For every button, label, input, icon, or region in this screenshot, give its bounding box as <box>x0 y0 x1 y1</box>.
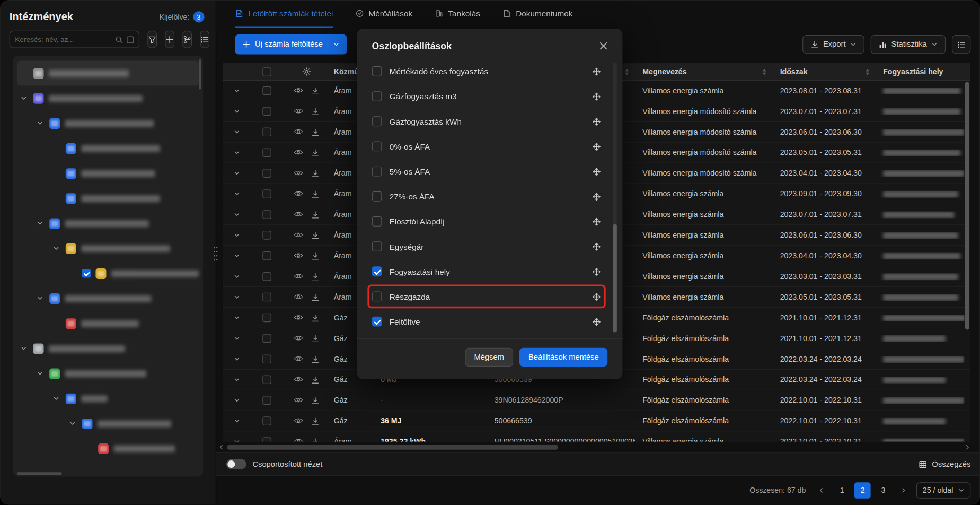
download-row-icon[interactable] <box>311 252 319 260</box>
row-checkbox[interactable] <box>262 86 271 95</box>
drag-handle-icon[interactable] <box>592 317 602 326</box>
row-expand-icon[interactable] <box>233 129 240 135</box>
summary-button[interactable]: Összegzés <box>919 460 971 469</box>
download-row-icon[interactable] <box>311 334 319 342</box>
row-checkbox[interactable] <box>262 107 271 116</box>
export-button[interactable]: Export <box>802 35 864 54</box>
column-checkbox[interactable] <box>372 116 382 126</box>
row-expand-icon[interactable] <box>233 108 240 115</box>
row-checkbox[interactable] <box>262 437 271 441</box>
column-checkbox[interactable] <box>372 191 382 202</box>
column-checkbox[interactable] <box>372 141 382 151</box>
row-checkbox[interactable] <box>262 251 271 260</box>
view-row-icon[interactable] <box>294 376 303 384</box>
scroll-right-icon[interactable] <box>965 444 971 450</box>
drag-handle-icon[interactable] <box>592 92 602 101</box>
download-row-icon[interactable] <box>311 86 319 94</box>
row-expand-icon[interactable] <box>233 397 240 404</box>
view-row-icon[interactable] <box>294 190 303 198</box>
view-row-icon[interactable] <box>294 396 303 404</box>
row-expand-icon[interactable] <box>233 191 240 197</box>
column-checkbox[interactable] <box>372 241 382 251</box>
row-checkbox[interactable] <box>262 314 271 323</box>
column-settings-gear-icon[interactable] <box>302 67 312 76</box>
column-setting-item[interactable]: Egységár <box>372 234 602 259</box>
tree-item[interactable] <box>17 186 199 211</box>
row-expand-icon[interactable] <box>233 418 240 424</box>
tree-expander-icon[interactable] <box>37 120 45 126</box>
view-row-icon[interactable] <box>294 438 303 442</box>
tree-expander-icon[interactable] <box>37 220 45 227</box>
row-expand-icon[interactable] <box>233 294 240 300</box>
view-row-icon[interactable] <box>294 314 303 321</box>
row-expand-icon[interactable] <box>233 212 240 218</box>
column-checkbox[interactable] <box>372 91 382 101</box>
row-expand-icon[interactable] <box>233 439 240 442</box>
row-checkbox[interactable] <box>262 376 271 385</box>
download-row-icon[interactable] <box>311 314 319 321</box>
column-setting-item[interactable]: Részgazda <box>372 284 602 309</box>
add-institution-button[interactable] <box>165 31 174 48</box>
tree-checkbox[interactable] <box>82 269 91 278</box>
tree-item[interactable] <box>17 311 199 336</box>
sidebar-search[interactable] <box>10 31 139 48</box>
save-settings-button[interactable]: Beállítások mentése <box>519 348 607 367</box>
row-checkbox[interactable] <box>262 210 271 219</box>
column-setting-item[interactable]: Gázfogyasztás kWh <box>372 109 602 134</box>
panel-resize-handle[interactable] <box>213 246 218 262</box>
row-checkbox[interactable] <box>262 169 271 178</box>
tree-item[interactable] <box>17 261 199 286</box>
download-row-icon[interactable] <box>311 417 319 425</box>
tree-item[interactable] <box>17 411 199 436</box>
download-row-icon[interactable] <box>311 438 319 442</box>
download-row-icon[interactable] <box>311 355 319 363</box>
row-checkbox[interactable] <box>262 334 271 343</box>
view-row-icon[interactable] <box>294 252 303 260</box>
download-row-icon[interactable] <box>311 190 319 198</box>
page-3-button[interactable]: 3 <box>875 482 891 499</box>
drag-handle-icon[interactable] <box>592 292 602 301</box>
tree-item[interactable] <box>17 386 199 411</box>
tree-expander-icon[interactable] <box>37 295 45 302</box>
download-row-icon[interactable] <box>311 231 319 239</box>
tree-vertical-scrollbar[interactable] <box>199 59 201 90</box>
view-row-icon[interactable] <box>294 128 303 136</box>
drag-handle-icon[interactable] <box>592 67 602 76</box>
tree-item[interactable] <box>17 286 199 311</box>
statistics-button[interactable]: Statisztika <box>871 35 946 54</box>
next-page-button[interactable] <box>896 482 912 499</box>
row-checkbox[interactable] <box>262 128 271 137</box>
column-checkbox[interactable] <box>372 167 382 177</box>
search-option-box[interactable] <box>127 36 134 43</box>
modal-scrollbar-thumb[interactable] <box>613 224 617 332</box>
view-row-icon[interactable] <box>294 211 303 219</box>
column-checkbox[interactable] <box>372 216 382 227</box>
column-checkbox[interactable] <box>372 317 382 327</box>
tab-letoltott-szamlak-tetelei[interactable]: Letöltött számlák tételei <box>235 1 333 28</box>
tree-item[interactable] <box>17 161 199 186</box>
row-expand-icon[interactable] <box>233 232 240 238</box>
row-checkbox[interactable] <box>262 231 271 240</box>
view-row-icon[interactable] <box>294 273 303 281</box>
tree-expander-icon[interactable] <box>53 245 60 251</box>
tab-tankolas[interactable]: Tankolás <box>435 1 480 28</box>
row-checkbox[interactable] <box>262 355 271 364</box>
tree-item[interactable] <box>17 336 199 361</box>
row-expand-icon[interactable] <box>233 315 240 321</box>
sidebar-search-input[interactable] <box>15 36 111 43</box>
page-2-button[interactable]: 2 <box>854 482 871 499</box>
tree-item[interactable] <box>17 436 199 461</box>
download-row-icon[interactable] <box>311 396 319 404</box>
view-row-icon[interactable] <box>294 417 303 425</box>
row-checkbox[interactable] <box>262 272 271 281</box>
column-setting-item[interactable]: Elosztói Alapdíj <box>372 209 602 234</box>
row-expand-icon[interactable] <box>233 170 240 177</box>
view-row-icon[interactable] <box>294 149 303 156</box>
view-row-icon[interactable] <box>294 293 303 301</box>
column-setting-item[interactable]: 0%-os ÁFA <box>372 134 602 159</box>
scroll-left-icon[interactable] <box>218 444 225 450</box>
view-options-button[interactable] <box>952 35 970 54</box>
download-row-icon[interactable] <box>311 376 319 384</box>
column-setting-item[interactable]: 27%-os ÁFA <box>372 184 602 209</box>
view-row-icon[interactable] <box>294 86 303 94</box>
